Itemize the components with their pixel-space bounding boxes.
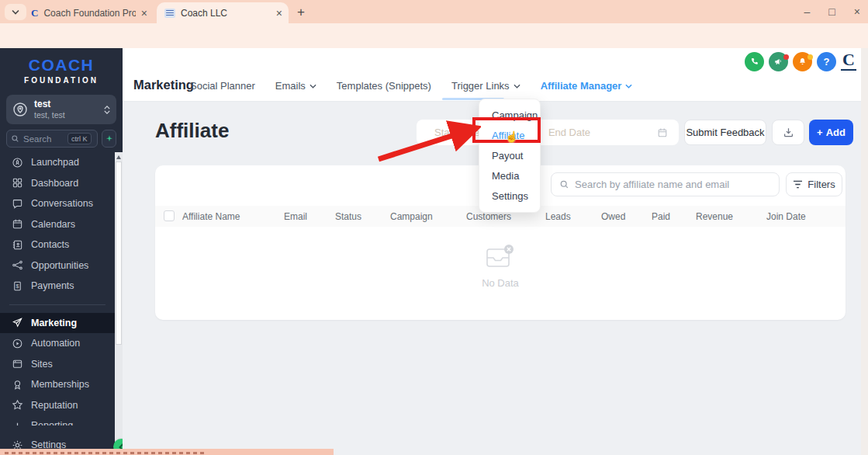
megaphone-icon [773, 57, 783, 67]
col-campaign[interactable]: Campaign [390, 211, 433, 222]
chevron-down-icon [12, 9, 19, 15]
plus-icon: + [817, 127, 823, 138]
sidebar-item-automation[interactable]: Automation [0, 333, 115, 354]
bell-icon [797, 57, 807, 67]
dropdown-item-media[interactable]: Media [479, 166, 540, 186]
tab-close-icon[interactable]: × [141, 8, 147, 19]
chevron-down-icon [625, 84, 632, 89]
help-button[interactable]: ? [817, 52, 836, 71]
sidebar-item-sites[interactable]: Sites [0, 354, 115, 375]
col-leads[interactable]: Leads [545, 211, 571, 222]
tab-favicon-c-icon: C [31, 7, 38, 19]
col-status[interactable]: Status [335, 211, 361, 222]
account-subtitle: test, test [34, 110, 65, 120]
caption-bar [0, 449, 334, 455]
scrollbar-up-arrow[interactable] [116, 155, 121, 159]
tab-emails[interactable]: Emails [275, 80, 316, 92]
sidebar-item-memberships[interactable]: Memberships [0, 374, 115, 395]
notifications-button[interactable] [793, 52, 812, 71]
col-customers[interactable]: Customers [466, 211, 511, 222]
phone-icon [749, 57, 759, 67]
dropdown-item-payout[interactable]: Payout [479, 145, 540, 165]
sidebar-item-label: Contacts [31, 239, 69, 250]
affiliate-manager-dropdown: Campaign Affiliate Payout Media Settings [479, 99, 541, 213]
filters-button[interactable]: Filters [786, 172, 842, 196]
reputation-icon [11, 399, 23, 411]
reporting-icon [11, 420, 23, 425]
dropdown-item-settings[interactable]: Settings [479, 186, 540, 207]
sidebar-item-dashboard[interactable]: Dashboard [0, 173, 115, 194]
window-maximize-button[interactable]: □ [828, 6, 835, 17]
col-join-date[interactable]: Join Date [766, 211, 806, 222]
sidebar-item-payments[interactable]: $ Payments [0, 276, 115, 297]
logo-coach: COACH [0, 56, 123, 75]
sidebar-item-conversations[interactable]: Conversations [0, 193, 115, 214]
announcements-button[interactable] [769, 52, 788, 71]
phone-button[interactable] [745, 52, 764, 71]
affiliate-search-input[interactable] [575, 179, 753, 190]
sidebar-item-contacts[interactable]: Contacts [0, 234, 115, 255]
sidebar-item-opportunities[interactable]: Opportunities [0, 255, 115, 276]
sidebar-item-reporting[interactable]: Reporting [0, 415, 115, 425]
sidebar-item-reputation[interactable]: Reputation [0, 395, 115, 416]
col-owed[interactable]: Owed [601, 211, 625, 222]
tab-title: Coach Foundation Programs [43, 8, 135, 19]
account-switcher[interactable]: test test, test [6, 95, 116, 124]
sidebar-item-label: Launchpad [31, 157, 79, 168]
empty-state: No Data [155, 243, 846, 289]
ai-assistant-button[interactable] [102, 130, 116, 148]
end-date-placeholder[interactable]: End Date [548, 127, 590, 138]
account-chevrons-icon[interactable] [104, 106, 110, 114]
browser-tab-coach-llc[interactable]: Coach LLC × [157, 2, 289, 23]
account-name: test [34, 99, 65, 110]
col-revenue[interactable]: Revenue [696, 211, 733, 222]
spark-icon [105, 134, 114, 144]
tab-trigger-links[interactable]: Trigger Links [451, 80, 520, 92]
sidebar-item-label: Conversations [31, 198, 93, 209]
affiliate-search[interactable] [551, 172, 780, 196]
sites-icon [11, 358, 23, 370]
tab-templates-snippets[interactable]: Templates (Snippets) [337, 80, 431, 92]
col-paid[interactable]: Paid [652, 211, 670, 222]
select-all-checkbox[interactable] [164, 210, 175, 221]
download-button[interactable] [772, 120, 804, 145]
col-email[interactable]: Email [284, 211, 307, 222]
tab-social-planner[interactable]: Social Planner [190, 80, 255, 92]
sidebar-search-input[interactable] [23, 134, 64, 144]
opportunities-icon [11, 259, 23, 271]
automation-icon [11, 338, 23, 349]
coach-foundation-logo: C [841, 50, 856, 71]
browser-toolbar: ← → app.coachfoundation.com/v2/location/… [0, 23, 868, 48]
sidebar-item-launchpad[interactable]: Launchpad [0, 152, 115, 173]
sidebar-scrollbar-thumb[interactable] [116, 162, 122, 345]
browser-tab-coach-foundation[interactable]: C Coach Foundation Programs × [23, 2, 154, 23]
submit-feedback-button[interactable]: Submit Feedback [684, 120, 766, 145]
window-minimize-button[interactable]: – [804, 6, 811, 17]
payments-icon: $ [11, 280, 23, 292]
tab-affiliate-manager[interactable]: Affiliate Manager [541, 80, 633, 92]
window-close-button[interactable]: × [854, 6, 860, 17]
marketing-nav-tabs: Social Planner Emails Templates (Snippet… [190, 80, 632, 92]
notification-dot [783, 54, 789, 60]
search-icon [559, 179, 569, 189]
browser-tabstrip: C Coach Foundation Programs × Coach LLC … [0, 0, 868, 23]
sidebar-item-label: Calendars [31, 219, 75, 230]
annotation-arrow [372, 120, 481, 163]
page-scrollbar[interactable] [861, 48, 868, 455]
col-affiliate-name[interactable]: Affiliate Name [182, 211, 240, 222]
sidebar-item-calendars[interactable]: Calendars [0, 214, 115, 235]
sidebar-search[interactable]: ctrl K [6, 130, 98, 148]
no-data-icon [483, 243, 517, 271]
sidebar-divider [9, 304, 105, 305]
tab-close-icon[interactable]: × [276, 8, 282, 19]
sidebar-item-label: Marketing [31, 318, 77, 328]
new-tab-button[interactable]: + [297, 5, 305, 19]
chevron-down-icon [514, 84, 520, 89]
sidebar-item-label: Memberships [31, 379, 89, 390]
sidebar-item-marketing[interactable]: Marketing [0, 313, 115, 334]
memberships-icon [11, 379, 23, 391]
sidebar-item-label: Sites [31, 359, 53, 370]
add-button[interactable]: + Add [809, 120, 853, 145]
sidebar: COACH FOUNDATION test test, test ctrl K [0, 48, 123, 455]
notification-dot [807, 54, 813, 60]
